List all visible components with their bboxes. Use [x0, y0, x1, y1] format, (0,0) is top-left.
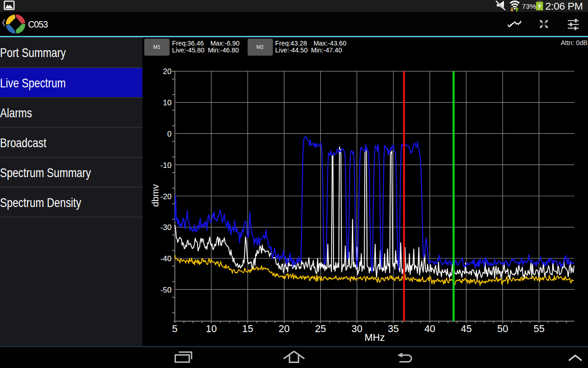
svg-text:10: 10	[163, 98, 172, 107]
svg-text:20: 20	[279, 323, 290, 334]
svg-text:25: 25	[315, 323, 326, 334]
svg-text:dbmv: dbmv	[150, 184, 160, 207]
svg-text:55: 55	[533, 323, 544, 334]
svg-text:0: 0	[167, 130, 171, 138]
svg-text:40: 40	[424, 323, 435, 334]
svg-text:15: 15	[242, 323, 253, 334]
svg-text:45: 45	[461, 323, 472, 334]
svg-text:10: 10	[206, 323, 217, 334]
svg-text:50: 50	[497, 323, 508, 334]
svg-text:73%: 73%	[522, 2, 536, 10]
svg-text:30: 30	[351, 323, 362, 334]
svg-text:2:06 PM: 2:06 PM	[545, 0, 583, 12]
svg-text:-30: -30	[160, 223, 172, 232]
svg-text:5: 5	[172, 323, 178, 334]
svg-text:MHz: MHz	[365, 332, 385, 343]
svg-text:-50: -50	[160, 286, 172, 294]
svg-text:-20: -20	[160, 192, 172, 201]
svg-text:-10: -10	[160, 161, 172, 170]
svg-text:35: 35	[388, 323, 399, 334]
svg-text:C053: C053	[28, 19, 48, 29]
svg-text:20: 20	[163, 67, 172, 76]
svg-text:-40: -40	[160, 254, 172, 263]
